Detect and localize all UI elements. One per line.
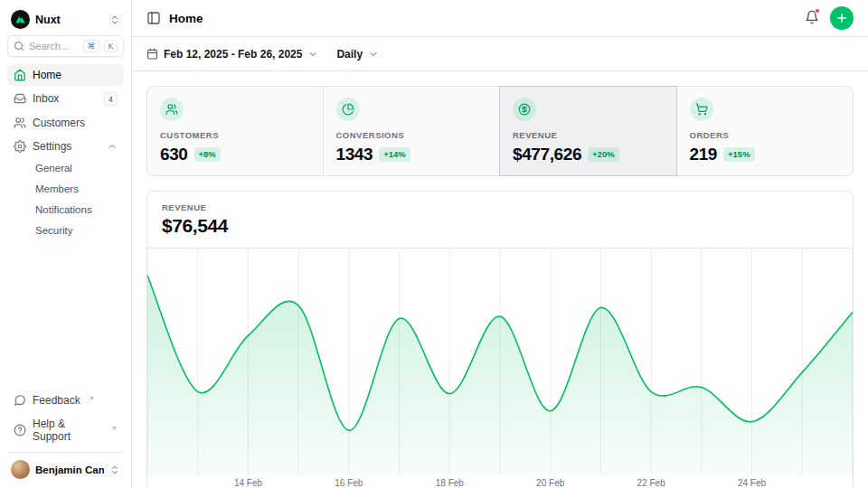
stat-card-customers[interactable]: CUSTOMERS 630 +8% [146,86,324,176]
chart-header: REVENUE $76,544 [147,192,853,249]
sidebar-item-label: Home [33,69,61,81]
kbd-meta: ⌘ [83,40,99,52]
dollar-circle-icon [513,98,536,121]
date-range-label: Feb 12, 2025 - Feb 26, 2025 [164,48,302,61]
team-name: Nuxt [35,14,61,26]
stat-value: $477,626 [513,145,581,164]
stat-card-revenue[interactable]: REVENUE $477,626 +20% [499,86,677,176]
sidebar-item-inbox[interactable]: Inbox 4 [7,88,124,110]
sidebar-spacer [7,240,124,390]
stat-delta-badge: +8% [194,147,221,162]
page-title: Home [169,12,203,25]
x-axis-label: 14 Feb [234,478,262,488]
calendar-icon [146,48,158,60]
notifications-button[interactable] [805,10,819,27]
nuxt-logo [11,10,30,29]
stat-label: CUSTOMERS [160,130,310,140]
team-switcher[interactable]: Nuxt [7,7,124,35]
search-input[interactable]: Search... ⌘ K [7,35,124,57]
stat-value: 630 [160,145,188,164]
revenue-area-chart [147,249,853,474]
header-actions [805,6,854,30]
date-range-picker[interactable]: Feb 12, 2025 - Feb 26, 2025 [146,48,318,61]
chevrons-up-down-icon [109,465,120,475]
stat-label: CONVERSIONS [336,130,487,140]
sidebar: Nuxt Search... ⌘ K Home Inbox 4 Customer… [0,0,132,488]
x-axis-label: 16 Feb [335,478,363,488]
help-support-link[interactable]: Help & Support [7,413,124,447]
revenue-chart-panel: REVENUE $76,544 14 Feb16 Feb18 Feb20 Feb… [146,191,854,488]
feedback-icon [14,394,26,407]
sidebar-item-label: Customers [33,117,85,129]
stat-delta-badge: +15% [723,147,755,162]
sidebar-item-home[interactable]: Home [7,64,124,86]
x-axis: 14 Feb16 Feb18 Feb20 Feb22 Feb24 Feb [147,474,853,488]
period-label: Daily [336,48,363,61]
user-menu[interactable]: Benjamin Canac [7,452,124,481]
chevrons-up-down-icon [109,14,120,25]
external-link-icon [88,395,95,402]
users-icon [14,117,26,129]
kbd-k: K [104,40,118,52]
sidebar-item-customers[interactable]: Customers [7,112,124,134]
app-shell: Nuxt Search... ⌘ K Home Inbox 4 Customer… [0,0,868,488]
feedback-link[interactable]: Feedback [7,389,124,411]
stat-label: ORDERS [690,130,841,140]
chart-total-value: $76,544 [162,215,838,237]
sidebar-item-settings[interactable]: Settings [7,136,124,157]
home-icon [14,69,26,81]
inbox-icon [14,92,26,105]
users-icon [160,98,184,121]
help-icon [14,424,26,436]
chevron-up-icon [107,141,118,152]
chart-plot-area [147,249,853,474]
pie-chart-icon [336,98,360,121]
inbox-count-badge: 4 [104,92,118,106]
filter-toolbar: Feb 12, 2025 - Feb 26, 2025 Daily [132,37,868,71]
settings-submenu: General Members Notifications Security [7,159,124,240]
chart-title: REVENUE [162,202,838,212]
sidebar-footer: Feedback Help & Support [7,389,124,452]
cart-icon [690,98,713,121]
page-header: Home [132,0,868,37]
sidebar-item-security[interactable]: Security [7,221,124,240]
dashboard-content: CUSTOMERS 630 +8% CONVERSIONS 1343 +14% [132,71,868,488]
sidebar-item-members[interactable]: Members [7,180,124,199]
stat-card-conversions[interactable]: CONVERSIONS 1343 +14% [323,86,501,176]
chevron-down-icon [307,49,318,60]
sidebar-nav: Home Inbox 4 Customers Settings General … [7,64,124,240]
notification-dot [815,8,820,14]
x-axis-label: 22 Feb [637,478,665,488]
sidebar-item-label: Inbox [33,92,59,105]
chevron-down-icon [368,49,379,60]
feedback-label: Feedback [33,394,80,407]
main-panel: Home Feb 12, 2025 - Feb 26, 2025 Daily [132,0,868,488]
stat-card-orders[interactable]: ORDERS 219 +15% [676,86,854,176]
help-support-label: Help & Support [33,418,103,443]
sidebar-item-notifications[interactable]: Notifications [7,201,124,220]
add-button[interactable] [830,6,854,30]
panel-left-icon[interactable] [146,11,161,25]
stats-row: CUSTOMERS 630 +8% CONVERSIONS 1343 +14% [146,86,854,176]
sidebar-item-general[interactable]: General [7,159,124,178]
period-select[interactable]: Daily [336,48,379,61]
x-axis-label: 18 Feb [436,478,464,488]
search-placeholder: Search... [29,41,79,52]
sidebar-item-label: Settings [33,140,71,153]
avatar [11,460,30,479]
search-icon [14,41,24,52]
stat-delta-badge: +20% [588,147,619,162]
stat-value: 1343 [336,145,373,164]
plus-icon [835,12,848,24]
x-axis-label: 20 Feb [536,478,564,488]
stat-label: REVENUE [513,130,664,140]
user-name: Benjamin Canac [35,465,104,475]
stat-delta-badge: +14% [379,147,410,162]
stat-value: 219 [690,145,718,164]
external-link-icon [110,425,118,432]
gear-icon [14,140,26,153]
x-axis-label: 24 Feb [738,478,766,488]
